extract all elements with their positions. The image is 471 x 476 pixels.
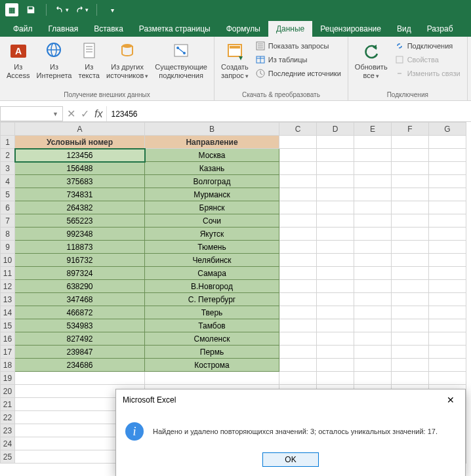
table-cell[interactable]: Волгоград: [145, 175, 279, 188]
cell[interactable]: [317, 201, 354, 214]
cell[interactable]: [279, 306, 317, 319]
cell[interactable]: [354, 149, 392, 162]
column-header[interactable]: A: [15, 123, 145, 136]
cell[interactable]: [354, 254, 392, 267]
table-cell[interactable]: 466872: [15, 306, 145, 319]
cell[interactable]: [317, 136, 354, 149]
table-cell[interactable]: 992348: [15, 228, 145, 241]
qat-customize-button[interactable]: ▾: [105, 3, 119, 17]
table-cell[interactable]: Тамбов: [145, 319, 279, 332]
from-other-sources-button[interactable]: Из других источников▾: [104, 39, 151, 81]
table-cell[interactable]: Смоленск: [145, 332, 279, 346]
enter-icon[interactable]: ✓: [81, 108, 89, 120]
cell[interactable]: [429, 293, 466, 306]
row-header[interactable]: 11: [1, 267, 15, 280]
row-header[interactable]: 16: [1, 332, 15, 346]
cell[interactable]: [279, 293, 317, 306]
cell[interactable]: [317, 214, 354, 228]
table-cell[interactable]: Самара: [145, 267, 279, 280]
cell[interactable]: [279, 175, 317, 188]
row-header[interactable]: 15: [1, 319, 15, 332]
cell[interactable]: [429, 306, 466, 319]
undo-button[interactable]: ▾: [54, 3, 69, 17]
table-cell[interactable]: 565223: [15, 214, 145, 228]
name-box[interactable]: ▼: [0, 106, 63, 121]
cell[interactable]: [429, 188, 466, 201]
fx-icon[interactable]: fx: [94, 108, 102, 120]
from-access-button[interactable]: A Из Access: [4, 39, 32, 81]
cell[interactable]: [317, 175, 354, 188]
cell[interactable]: [279, 372, 317, 385]
cell[interactable]: [392, 188, 429, 201]
cell[interactable]: [392, 372, 429, 385]
column-header[interactable]: E: [354, 123, 392, 136]
row-header[interactable]: 3: [1, 162, 15, 175]
cell[interactable]: [279, 228, 317, 241]
row-header[interactable]: 21: [1, 398, 15, 411]
cancel-icon[interactable]: ✕: [67, 108, 75, 120]
cell[interactable]: [317, 280, 354, 293]
table-cell[interactable]: 827492: [15, 332, 145, 346]
cell[interactable]: [392, 254, 429, 267]
row-header[interactable]: 20: [1, 385, 15, 398]
table-cell[interactable]: Брянск: [145, 201, 279, 214]
cell[interactable]: [429, 332, 466, 346]
cell[interactable]: [317, 162, 354, 175]
cell[interactable]: [392, 359, 429, 372]
tab-insert[interactable]: Вставка: [86, 21, 131, 37]
existing-connections-button[interactable]: Существующие подключения: [152, 39, 210, 81]
table-cell[interactable]: 234686: [15, 359, 145, 372]
table-cell[interactable]: Москва: [145, 149, 279, 162]
row-header[interactable]: 5: [1, 188, 15, 201]
cell[interactable]: [279, 346, 317, 359]
table-cell[interactable]: Мурманск: [145, 188, 279, 201]
table-cell[interactable]: 118873: [15, 241, 145, 254]
cell[interactable]: [317, 332, 354, 346]
cell[interactable]: [317, 293, 354, 306]
cell[interactable]: [429, 175, 466, 188]
cell[interactable]: [317, 254, 354, 267]
cell[interactable]: [317, 319, 354, 332]
cell[interactable]: [279, 136, 317, 149]
row-header[interactable]: 14: [1, 306, 15, 319]
cell[interactable]: [317, 372, 354, 385]
show-queries-button[interactable]: Показать запросы: [253, 39, 344, 52]
cell[interactable]: [429, 254, 466, 267]
table-cell[interactable]: Пермь: [145, 346, 279, 359]
row-header[interactable]: 24: [1, 437, 15, 450]
cell[interactable]: [279, 149, 317, 162]
cell[interactable]: [429, 201, 466, 214]
cell[interactable]: [429, 346, 466, 359]
cell[interactable]: [392, 332, 429, 346]
table-cell[interactable]: Сочи: [145, 214, 279, 228]
row-header[interactable]: 2: [1, 149, 15, 162]
column-header[interactable]: G: [429, 123, 466, 136]
tab-review[interactable]: Рецензирование: [312, 21, 389, 37]
table-cell[interactable]: Якутск: [145, 228, 279, 241]
ok-button[interactable]: OK: [262, 452, 319, 467]
row-header[interactable]: 19: [1, 372, 15, 385]
from-web-button[interactable]: Из Интернета: [33, 39, 74, 81]
from-text-button[interactable]: Из текста: [75, 39, 102, 81]
cell[interactable]: [317, 306, 354, 319]
row-header[interactable]: 4: [1, 175, 15, 188]
table-cell[interactable]: Тюмень: [145, 241, 279, 254]
cell[interactable]: [429, 267, 466, 280]
cell[interactable]: [392, 346, 429, 359]
column-header[interactable]: B: [145, 123, 279, 136]
cell[interactable]: [429, 214, 466, 228]
cell[interactable]: [354, 306, 392, 319]
cell[interactable]: [317, 149, 354, 162]
cell[interactable]: [354, 319, 392, 332]
tab-formulas[interactable]: Формулы: [218, 21, 268, 37]
cell[interactable]: [317, 359, 354, 372]
cell[interactable]: [429, 359, 466, 372]
column-header[interactable]: D: [317, 123, 354, 136]
redo-button[interactable]: ▾: [74, 3, 89, 17]
from-table-button[interactable]: Из таблицы: [253, 53, 344, 66]
cell[interactable]: [354, 359, 392, 372]
cell[interactable]: [392, 175, 429, 188]
table-cell[interactable]: 897324: [15, 267, 145, 280]
row-header[interactable]: 17: [1, 346, 15, 359]
cell[interactable]: [392, 267, 429, 280]
